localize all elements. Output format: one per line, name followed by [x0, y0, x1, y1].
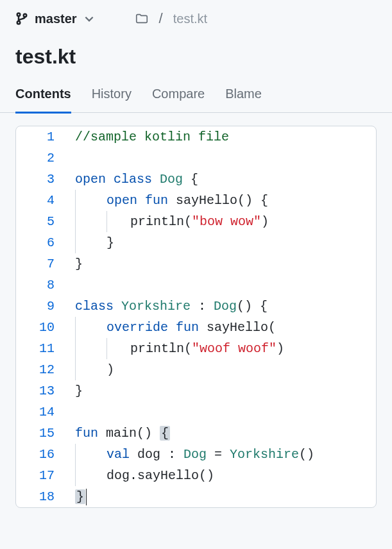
code-viewer[interactable]: 1 //sample kotlin file 2 3 open class Do… [15, 126, 377, 508]
line-number[interactable]: 12 [16, 359, 67, 380]
folder-icon[interactable] [135, 12, 149, 26]
line-number[interactable]: 5 [16, 211, 67, 232]
branch-name: master [35, 12, 77, 26]
code-line: 13 } [16, 380, 376, 401]
tab-compare[interactable]: Compare [152, 87, 205, 114]
line-content: ) [67, 359, 376, 380]
line-number[interactable]: 17 [16, 465, 67, 486]
svg-point-2 [24, 14, 27, 17]
line-number[interactable]: 4 [16, 190, 67, 211]
line-content: open class Dog { [67, 169, 376, 190]
tab-blame[interactable]: Blame [225, 87, 262, 114]
breadcrumb: / test.kt [135, 10, 207, 27]
code-line: 3 open class Dog { [16, 169, 376, 190]
bracket-match-icon: { [160, 426, 170, 441]
line-number[interactable]: 3 [16, 169, 67, 190]
line-content: class Yorkshire : Dog() { [67, 296, 376, 317]
code-line: 10 override fun sayHello( [16, 317, 376, 338]
line-content: dog.sayHello() [67, 465, 376, 486]
bracket-match-icon: } [75, 489, 85, 504]
breadcrumb-separator: / [159, 10, 163, 27]
code-line: 18 } [16, 486, 376, 507]
line-number[interactable]: 11 [16, 338, 67, 359]
line-content: override fun sayHello( [67, 317, 376, 338]
code-line: 12 ) [16, 359, 376, 380]
line-content: println("bow wow") [67, 211, 376, 232]
svg-point-1 [17, 21, 21, 24]
page-title: test.kt [15, 45, 377, 69]
tab-history[interactable]: History [92, 87, 132, 114]
line-content: //sample kotlin file [67, 126, 376, 148]
line-content: println("woof woof") [67, 338, 376, 359]
breadcrumb-filename: test.kt [173, 12, 207, 26]
line-number[interactable]: 14 [16, 401, 67, 423]
code-line: 8 [16, 274, 376, 296]
line-number[interactable]: 1 [16, 126, 67, 148]
line-content: fun main() { [67, 423, 376, 444]
line-number[interactable]: 6 [16, 232, 67, 253]
line-content: } [67, 486, 376, 507]
tabs: Contents History Compare Blame [0, 87, 392, 113]
code-line: 9 class Yorkshire : Dog() { [16, 296, 376, 317]
git-branch-icon [15, 12, 28, 25]
branch-selector[interactable]: master [15, 12, 95, 26]
line-content: open fun sayHello() { [67, 190, 376, 211]
code-line: 14 [16, 401, 376, 423]
line-content: val dog : Dog = Yorkshire() [67, 444, 376, 465]
code-line: 15 fun main() { [16, 423, 376, 444]
line-number[interactable]: 13 [16, 380, 67, 401]
line-content: } [67, 253, 376, 274]
line-number[interactable]: 15 [16, 423, 67, 444]
code-line: 6 } [16, 232, 376, 253]
line-content: } [67, 380, 376, 401]
text-cursor-icon [86, 489, 87, 505]
tab-contents[interactable]: Contents [15, 87, 71, 114]
svg-point-0 [17, 13, 21, 17]
line-content: } [67, 232, 376, 253]
code-line: 2 [16, 148, 376, 169]
branch-breadcrumb-row: master / test.kt [15, 10, 377, 27]
line-number[interactable]: 9 [16, 296, 67, 317]
line-number[interactable]: 18 [16, 486, 67, 507]
code-line: 16 val dog : Dog = Yorkshire() [16, 444, 376, 465]
code-line: 7 } [16, 253, 376, 274]
code-line: 1 //sample kotlin file [16, 126, 376, 148]
line-number[interactable]: 8 [16, 274, 67, 296]
code-line: 11 println("woof woof") [16, 338, 376, 359]
code-line: 4 open fun sayHello() { [16, 190, 376, 211]
line-number[interactable]: 10 [16, 317, 67, 338]
code-line: 5 println("bow wow") [16, 211, 376, 232]
line-number[interactable]: 2 [16, 148, 67, 169]
code-line: 17 dog.sayHello() [16, 465, 376, 486]
line-number[interactable]: 16 [16, 444, 67, 465]
line-number[interactable]: 7 [16, 253, 67, 274]
chevron-down-icon [83, 13, 95, 24]
